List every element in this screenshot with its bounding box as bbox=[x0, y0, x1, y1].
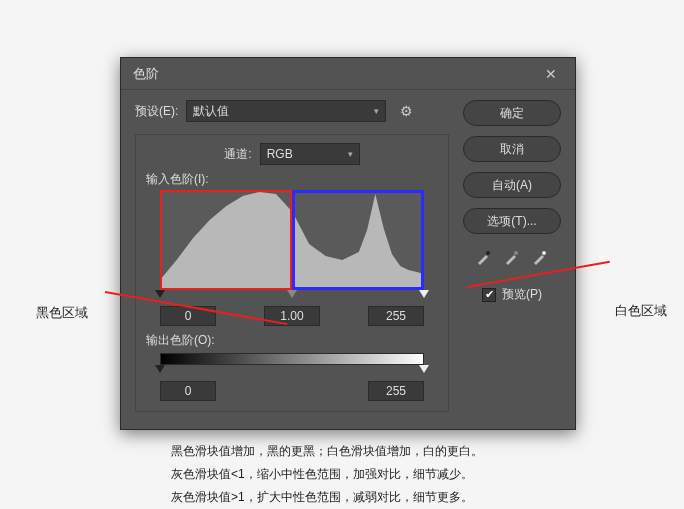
right-column: 确定 取消 自动(A) 选项(T)... ✔ 预览(P) bbox=[463, 100, 561, 412]
chevron-down-icon: ▾ bbox=[348, 149, 353, 159]
preset-row: 预设(E): 默认值 ▾ ⚙ bbox=[135, 100, 449, 122]
eyedroppers bbox=[463, 248, 561, 266]
output-slider-rail[interactable] bbox=[160, 367, 424, 377]
left-column: 预设(E): 默认值 ▾ ⚙ 通道: RGB ▾ 输入色阶(I): bbox=[135, 100, 463, 412]
channel-select[interactable]: RGB ▾ bbox=[260, 143, 360, 165]
highlight-slider[interactable] bbox=[419, 290, 429, 298]
levels-panel: 通道: RGB ▾ 输入色阶(I): bbox=[135, 134, 449, 412]
white-region-label: 白色区域 bbox=[615, 302, 667, 320]
svg-point-1 bbox=[514, 251, 518, 255]
input-levels-label: 输入色阶(I): bbox=[146, 171, 438, 188]
titlebar: 色阶 ✕ bbox=[121, 58, 575, 90]
histogram-chart bbox=[160, 190, 424, 290]
output-shadow-slider[interactable] bbox=[155, 365, 165, 373]
svg-point-2 bbox=[542, 251, 546, 255]
shadow-slider[interactable] bbox=[155, 290, 165, 298]
chevron-down-icon: ▾ bbox=[374, 106, 379, 116]
output-highlight-slider[interactable] bbox=[419, 365, 429, 373]
cancel-button[interactable]: 取消 bbox=[463, 136, 561, 162]
white-eyedropper-icon[interactable] bbox=[531, 248, 549, 266]
channel-row: 通道: RGB ▾ bbox=[146, 143, 438, 165]
output-gradient bbox=[160, 353, 424, 365]
options-button[interactable]: 选项(T)... bbox=[463, 208, 561, 234]
note-line-3: 灰色滑块值>1，扩大中性色范围，减弱对比，细节更多。 bbox=[171, 486, 483, 509]
output-shadow-field[interactable]: 0 bbox=[160, 381, 216, 401]
svg-point-0 bbox=[486, 251, 490, 255]
close-icon[interactable]: ✕ bbox=[539, 62, 563, 86]
midtone-slider[interactable] bbox=[287, 290, 297, 298]
output-highlight-field[interactable]: 255 bbox=[368, 381, 424, 401]
note-line-2: 灰色滑块值<1，缩小中性色范围，加强对比，细节减少。 bbox=[171, 463, 483, 486]
channel-value: RGB bbox=[267, 147, 293, 161]
ok-button[interactable]: 确定 bbox=[463, 100, 561, 126]
channel-label: 通道: bbox=[224, 146, 251, 163]
explanatory-notes: 黑色滑块值增加，黑的更黑；白色滑块值增加，白的更白。 灰色滑块值<1，缩小中性色… bbox=[171, 440, 483, 508]
note-line-1: 黑色滑块值增加，黑的更黑；白色滑块值增加，白的更白。 bbox=[171, 440, 483, 463]
black-region-label: 黑色区域 bbox=[36, 304, 88, 322]
gear-icon[interactable]: ⚙ bbox=[400, 103, 413, 119]
output-value-row: 0 255 bbox=[160, 381, 424, 401]
dialog-title: 色阶 bbox=[133, 65, 539, 83]
input-highlight-field[interactable]: 255 bbox=[368, 306, 424, 326]
input-slider-rail[interactable] bbox=[160, 292, 424, 302]
histogram bbox=[160, 190, 424, 290]
preview-row: ✔ 预览(P) bbox=[463, 286, 561, 303]
preview-checkbox[interactable]: ✔ bbox=[482, 288, 496, 302]
levels-dialog: 色阶 ✕ 预设(E): 默认值 ▾ ⚙ 通道: RGB ▾ bbox=[120, 57, 576, 430]
gray-eyedropper-icon[interactable] bbox=[503, 248, 521, 266]
dialog-content: 预设(E): 默认值 ▾ ⚙ 通道: RGB ▾ 输入色阶(I): bbox=[121, 90, 575, 422]
preset-value: 默认值 bbox=[193, 103, 229, 120]
preview-label: 预览(P) bbox=[502, 286, 542, 303]
black-eyedropper-icon[interactable] bbox=[475, 248, 493, 266]
preset-select[interactable]: 默认值 ▾ bbox=[186, 100, 386, 122]
preset-label: 预设(E): bbox=[135, 103, 178, 120]
output-levels-label: 输出色阶(O): bbox=[146, 332, 438, 349]
input-mid-field[interactable]: 1.00 bbox=[264, 306, 320, 326]
auto-button[interactable]: 自动(A) bbox=[463, 172, 561, 198]
